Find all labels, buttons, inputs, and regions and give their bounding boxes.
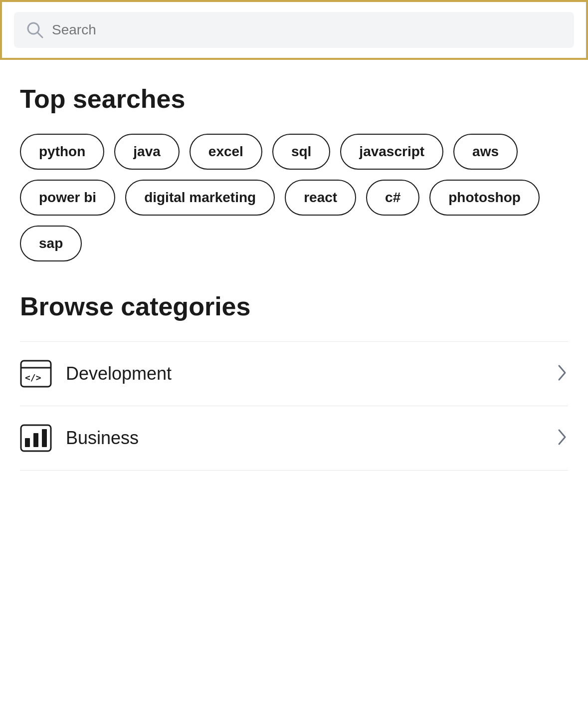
chevron-right-icon (556, 363, 568, 385)
category-label-business: Business (66, 428, 542, 449)
svg-rect-8 (42, 429, 47, 447)
svg-rect-7 (33, 433, 38, 447)
top-searches-title: Top searches (20, 84, 568, 114)
browse-categories-title: Browse categories (20, 291, 568, 321)
category-label-development: Development (66, 363, 542, 384)
tags-container: pythonjavaexcelsqljavascriptawspower bid… (20, 134, 568, 261)
chart-icon (20, 424, 52, 452)
categories-list: </> Development Business (20, 341, 568, 471)
tag-python[interactable]: python (20, 134, 104, 170)
tag-sql[interactable]: sql (272, 134, 330, 170)
svg-rect-6 (25, 438, 30, 447)
browse-categories-section: Browse categories </> Development Busine… (0, 261, 588, 471)
svg-text:</>: </> (25, 372, 41, 383)
category-item-business[interactable]: Business (20, 406, 568, 471)
tag-photoshop[interactable]: photoshop (429, 180, 540, 216)
tag-digital-marketing[interactable]: digital marketing (125, 180, 275, 216)
tag-javascript[interactable]: javascript (340, 134, 443, 170)
code-icon: </> (20, 360, 52, 388)
tag-react[interactable]: react (285, 180, 356, 216)
search-bar[interactable] (14, 12, 574, 48)
tag-csharp[interactable]: c# (366, 180, 419, 216)
svg-line-1 (38, 33, 43, 38)
tag-excel[interactable]: excel (190, 134, 262, 170)
tag-sap[interactable]: sap (20, 226, 82, 261)
search-icon (26, 21, 44, 39)
search-input[interactable] (52, 22, 562, 38)
chevron-right-icon (556, 427, 568, 449)
top-searches-section: Top searches pythonjavaexcelsqljavascrip… (0, 60, 588, 261)
tag-aws[interactable]: aws (453, 134, 518, 170)
search-section (0, 0, 588, 60)
tag-power-bi[interactable]: power bi (20, 180, 115, 216)
tag-java[interactable]: java (114, 134, 180, 170)
category-item-development[interactable]: </> Development (20, 341, 568, 406)
